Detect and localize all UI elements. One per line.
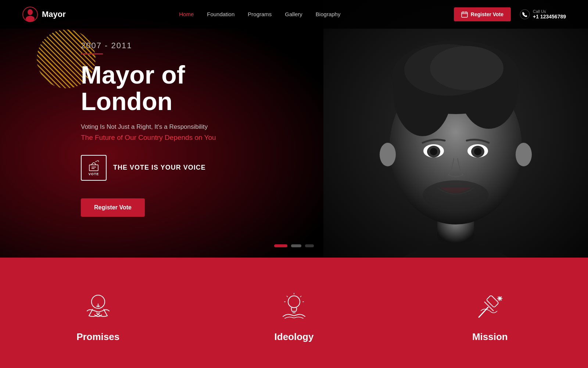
nav-programs[interactable]: Programs <box>248 11 272 17</box>
nav-biography[interactable]: Biography <box>316 11 341 17</box>
ideology-label: Ideology <box>275 331 314 343</box>
svg-line-34 <box>300 296 301 297</box>
nav-foundation[interactable]: Foundation <box>207 11 234 17</box>
svg-point-26 <box>423 180 489 210</box>
nav-gallery[interactable]: Gallery <box>285 11 302 17</box>
svg-point-30 <box>288 296 300 308</box>
mission-label: Mission <box>472 331 508 343</box>
svg-point-7 <box>520 10 530 19</box>
call-us-label: Call Us <box>533 9 566 14</box>
svg-line-39 <box>479 307 488 317</box>
promises-label: Promises <box>76 331 119 343</box>
hero-vote-box: VOTE THE VOTE IS YOUR VOICE <box>81 155 276 181</box>
promises-card: Promises <box>0 276 196 350</box>
nav-home[interactable]: Home <box>179 11 194 17</box>
svg-rect-3 <box>462 12 467 17</box>
portrait-svg <box>323 0 588 258</box>
slider-dot-2[interactable] <box>291 244 301 247</box>
vote-icon-box: VOTE <box>81 155 107 181</box>
hero-subtitle: Voting Is Not Just a Right, It's a Respo… <box>81 123 276 131</box>
call-us-text-block: Call Us +1 123456789 <box>533 9 566 20</box>
svg-rect-8 <box>89 165 98 171</box>
mayor-icon <box>22 6 38 22</box>
svg-point-2 <box>26 16 35 22</box>
call-us-number: +1 123456789 <box>533 14 566 20</box>
hero-tagline: The Future of Our Country Depends on You <box>81 134 276 142</box>
call-us-block: Call Us +1 123456789 <box>520 9 566 20</box>
mission-icon <box>473 291 506 324</box>
slider-dots <box>274 244 314 247</box>
navbar-right: Register Vote Call Us +1 123456789 <box>454 7 566 21</box>
vote-label: VOTE <box>89 172 99 176</box>
svg-line-35 <box>287 296 288 297</box>
phone-icon <box>520 9 530 20</box>
svg-point-19 <box>430 46 503 90</box>
nav-menu: Home Foundation Programs Gallery Biograp… <box>179 11 340 18</box>
slider-dot-1[interactable] <box>274 244 287 247</box>
nav-register-vote-button[interactable]: Register Vote <box>454 7 511 21</box>
calendar-icon <box>461 11 468 18</box>
ideology-card: Ideology <box>196 276 392 350</box>
svg-point-28 <box>516 143 532 166</box>
navbar: Mayor Home Foundation Programs Gallery B… <box>0 0 588 29</box>
ideology-icon <box>277 291 311 324</box>
bottom-section: Promises Ideology <box>0 258 588 368</box>
brand-logo[interactable]: Mayor <box>22 6 66 22</box>
svg-point-1 <box>28 9 33 15</box>
svg-point-27 <box>380 143 396 166</box>
hero-content: 2007 - 2011 Mayor of London Voting Is No… <box>0 41 276 217</box>
promises-icon <box>82 291 115 324</box>
hero-vote-text: THE VOTE IS YOUR VOICE <box>113 164 206 171</box>
hero-portrait <box>323 0 588 258</box>
hero-register-vote-button[interactable]: Register Vote <box>81 198 145 217</box>
hero-title: Mayor of London <box>81 62 276 114</box>
nav-register-label: Register Vote <box>471 11 503 17</box>
ballot-icon <box>87 160 100 171</box>
svg-point-25 <box>474 148 481 155</box>
hero-underline <box>81 53 103 54</box>
slider-dot-3[interactable] <box>305 244 314 247</box>
mission-card: Mission <box>392 276 588 350</box>
hero-year: 2007 - 2011 <box>81 41 276 50</box>
hero-section: 2007 - 2011 Mayor of London Voting Is No… <box>0 0 588 258</box>
brand-name: Mayor <box>42 10 66 19</box>
svg-point-24 <box>430 148 437 155</box>
